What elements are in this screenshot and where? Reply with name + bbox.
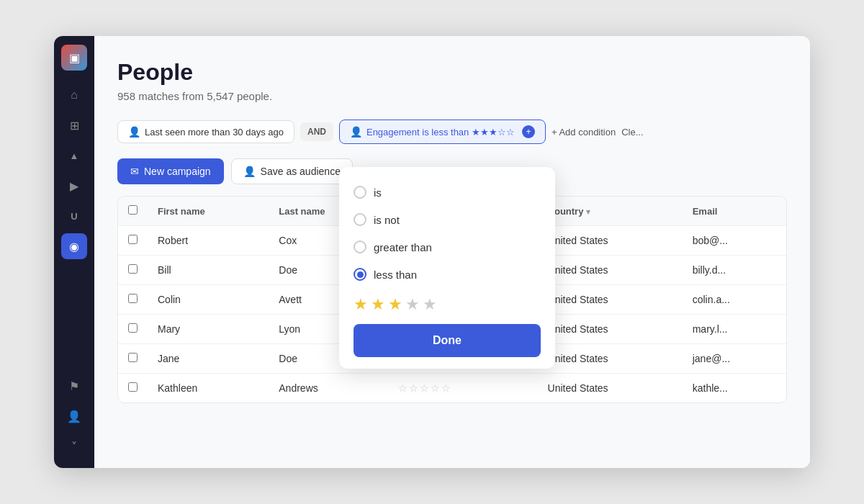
row-checkbox[interactable]: [128, 294, 138, 303]
col-checkbox: [118, 197, 148, 226]
filter-bar: 👤 Last seen more than 30 days ago AND 👤 …: [117, 120, 787, 144]
person-icon: 👤: [128, 126, 140, 138]
row-checkbox[interactable]: [128, 353, 138, 362]
radio-greater-than: [354, 240, 366, 253]
country-cell: United States: [538, 374, 683, 403]
dropdown-option-is[interactable]: is: [339, 179, 555, 206]
star-3[interactable]: ★: [388, 295, 402, 314]
sidebar-item-dashboard[interactable]: ⊞: [61, 112, 87, 138]
email-cell: jane@...: [683, 344, 786, 374]
star-1[interactable]: ★: [354, 295, 368, 314]
email-cell: billy.d...: [683, 256, 786, 285]
row-checkbox[interactable]: [128, 323, 138, 333]
first-name-cell: Kathleen: [148, 374, 269, 403]
dropdown-option-is-not[interactable]: is not: [339, 206, 555, 233]
col-email: Email: [683, 197, 786, 226]
row-checkbox[interactable]: [128, 264, 138, 274]
engagement-cell: ☆☆☆☆☆: [388, 374, 538, 403]
sidebar-item-profile[interactable]: 👤: [61, 403, 87, 429]
sidebar-item-campaigns[interactable]: ▶: [61, 173, 87, 199]
sidebar-item-analytics[interactable]: ▲: [61, 143, 87, 168]
and-badge: AND: [300, 122, 333, 141]
new-campaign-label: New campaign: [144, 166, 211, 177]
sidebar-item-home[interactable]: ⌂: [61, 82, 87, 108]
add-condition-link[interactable]: + Add condition: [552, 127, 616, 138]
country-cell: United States: [538, 226, 683, 256]
new-campaign-button[interactable]: ✉ New campaign: [117, 158, 224, 184]
row-checkbox[interactable]: [128, 235, 138, 244]
first-name-cell: Jane: [148, 344, 269, 374]
star-5[interactable]: ★: [423, 295, 437, 314]
main-content: People 958 matches from 5,547 people. 👤 …: [94, 36, 810, 468]
star-selector[interactable]: ★ ★ ★ ★ ★: [339, 288, 555, 318]
radio-is: [354, 186, 366, 199]
option-is-not-label: is not: [374, 214, 400, 226]
first-name-cell: Bill: [148, 256, 269, 285]
col-first-name: First name: [148, 197, 269, 226]
sidebar: ▣ ⌂ ⊞ ▲ ▶ U ◉ ⚑ 👤 ˅: [54, 36, 94, 468]
person-icon-2: 👤: [350, 126, 362, 138]
sidebar-logo: ▣: [61, 45, 87, 71]
add-condition-label: + Add condition: [552, 127, 616, 138]
page-subtitle: 958 matches from 5,547 people.: [117, 90, 787, 102]
sidebar-item-flag[interactable]: ⚑: [61, 373, 87, 399]
radio-is-not: [354, 213, 366, 226]
email-cell: kathle...: [683, 374, 786, 403]
country-cell: United States: [538, 315, 683, 344]
page-title: People: [117, 59, 787, 86]
country-cell: United States: [538, 256, 683, 285]
clear-label: Cle...: [621, 127, 643, 138]
email-cell: colin.a...: [683, 285, 786, 315]
filter-last-seen-label: Last seen more than 30 days ago: [145, 127, 284, 138]
row-checkbox[interactable]: [128, 382, 138, 392]
filter-plus-btn[interactable]: +: [522, 125, 535, 138]
mail-icon: ✉: [130, 166, 139, 177]
first-name-cell: Robert: [148, 226, 269, 256]
filter-last-seen[interactable]: 👤 Last seen more than 30 days ago: [117, 120, 294, 143]
save-audience-button[interactable]: 👤 Save as audience: [231, 158, 353, 184]
radio-less-than: [354, 268, 366, 281]
clear-link[interactable]: Cle...: [621, 127, 643, 138]
col-country: Country ▾: [538, 197, 683, 226]
star-4[interactable]: ★: [405, 295, 420, 314]
filter-engagement-label: Engagement is less than ★★★☆☆: [366, 127, 515, 138]
sidebar-item-people[interactable]: ◉: [61, 233, 87, 259]
last-name-cell: Andrews: [269, 374, 388, 403]
save-audience-label: Save as audience: [261, 166, 341, 177]
dropdown-option-less-than[interactable]: less than: [339, 261, 555, 288]
country-cell: United States: [538, 285, 683, 315]
option-is-label: is: [374, 186, 382, 199]
country-cell: United States: [538, 344, 683, 374]
first-name-cell: Colin: [148, 285, 269, 315]
dropdown-option-greater-than[interactable]: greater than: [339, 233, 555, 261]
filter-engagement[interactable]: 👤 Engagement is less than ★★★☆☆ +: [339, 120, 546, 144]
audience-icon: 👤: [243, 166, 256, 177]
select-all-checkbox[interactable]: [128, 205, 138, 215]
first-name-cell: Mary: [148, 315, 269, 344]
option-greater-than-label: greater than: [374, 241, 432, 253]
star-2[interactable]: ★: [371, 295, 385, 314]
sidebar-item-expand[interactable]: ˅: [61, 433, 87, 459]
email-cell: mary.l...: [683, 315, 786, 344]
done-button[interactable]: Done: [354, 324, 541, 357]
table-row: Kathleen Andrews ☆☆☆☆☆ United States kat…: [118, 374, 786, 403]
option-less-than-label: less than: [374, 269, 417, 281]
email-cell: bob@...: [683, 226, 786, 256]
engagement-dropdown: is is not greater than less than ★ ★ ★: [339, 167, 555, 369]
sidebar-item-user[interactable]: U: [61, 203, 87, 229]
